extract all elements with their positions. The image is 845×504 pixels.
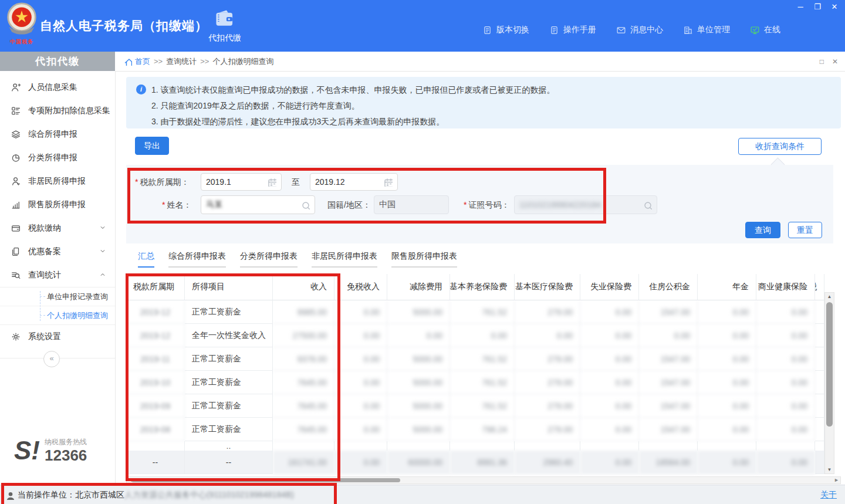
column-header[interactable]: 税 xyxy=(815,274,824,300)
cell-amount-blurred: 1547.00 xyxy=(639,394,698,418)
cell-period: 2019-11 xyxy=(126,347,185,371)
sidebar-item-system-settings[interactable]: 系统设置 xyxy=(0,325,115,349)
menu-item-org-management[interactable]: 单位管理 xyxy=(683,25,730,35)
id-number-label: *证照号码： xyxy=(464,200,509,211)
sidebar-collapse-button[interactable]: « xyxy=(43,351,60,367)
cell-amount-blurred: 5000.00 xyxy=(387,347,450,371)
report-tabs: 汇总综合所得申报表分类所得申报表非居民所得申报表限售股所得申报表 xyxy=(138,251,457,268)
tab-classified[interactable]: 分类所得申报表 xyxy=(240,251,298,268)
sidebar: 人员信息采集专项附加扣除信息采集综合所得申报分类所得申报非居民所得申报限售股所得… xyxy=(0,71,116,485)
tax-emblem-logo: 中国税务 xyxy=(5,2,39,43)
about-link[interactable]: 关于 xyxy=(820,490,837,500)
building-icon xyxy=(683,25,693,35)
column-header[interactable]: 所得项目 xyxy=(185,274,273,300)
column-header[interactable]: 减除费用 xyxy=(387,274,450,300)
sidebar-item-comprehensive-income-declare[interactable]: 综合所得申报 xyxy=(0,123,115,146)
sidebar-item-label: 税款缴纳 xyxy=(28,223,61,234)
id-number-input[interactable]: 110102199904220184 xyxy=(514,195,657,214)
summary-amount-blurred: 0.00 xyxy=(698,451,756,474)
menu-item-online-status[interactable]: 在线 xyxy=(750,25,780,35)
cell-income-item: 正常工资薪金 xyxy=(185,418,273,441)
column-header[interactable]: 基本医疗保险费 xyxy=(515,274,580,300)
operator-person-icon xyxy=(5,491,14,500)
search-icon[interactable] xyxy=(643,200,652,209)
sidebar-item-restricted-stock-declare[interactable]: 限售股所得申报 xyxy=(0,193,115,217)
export-button[interactable]: 导出 xyxy=(135,137,169,155)
breadcrumb-home[interactable]: 首页 xyxy=(135,56,150,67)
summary-period: -- xyxy=(126,451,185,474)
name-input[interactable]: 马某 xyxy=(201,195,315,214)
scroll-down-icon[interactable]: ▼ xyxy=(825,467,834,472)
vertical-scroll-thumb[interactable] xyxy=(826,302,833,427)
cell-amount-blurred: 0.00 xyxy=(580,418,639,441)
column-header[interactable]: 基本养老保险费 xyxy=(450,274,515,300)
column-header[interactable]: 税款所属期 xyxy=(126,274,185,300)
menu-item-label: 在线 xyxy=(764,25,780,35)
sidebar-item-classified-income-declare[interactable]: 分类所得申报 xyxy=(0,146,115,170)
cell-more-indicator: .. xyxy=(185,441,273,451)
panel-maximize-icon[interactable]: □ xyxy=(820,57,824,66)
panel-controls: □ ✕ xyxy=(820,52,838,71)
sidebar-item-personnel-info-collect[interactable]: 人员信息采集 xyxy=(0,76,115,99)
sidebar-item-label: 分类所得申报 xyxy=(28,153,77,163)
period-from-input[interactable]: 2019.1 xyxy=(201,173,282,191)
minimize-icon[interactable]: ─ xyxy=(796,2,805,12)
scroll-up-icon[interactable]: ▲ xyxy=(825,294,834,299)
tab-nonresident[interactable]: 非居民所得申报表 xyxy=(312,251,377,268)
wallet-icon xyxy=(11,223,21,234)
tab-restricted-stock[interactable]: 限售股所得申报表 xyxy=(391,251,457,268)
reset-button[interactable]: 重置 xyxy=(788,222,822,238)
horizontal-scroll-thumb[interactable] xyxy=(131,478,400,482)
sidebar-item-preferential-filing[interactable]: 优惠备案 xyxy=(0,240,115,263)
tab-comprehensive[interactable]: 综合所得申报表 xyxy=(168,251,226,268)
search-icon[interactable] xyxy=(300,200,310,209)
fold-query-button[interactable]: 收折查询条件 xyxy=(738,138,822,155)
chevron-up-icon xyxy=(99,270,107,280)
module-tab-label: 代扣代缴 xyxy=(204,33,245,43)
panel-close-icon[interactable]: ✕ xyxy=(832,57,838,66)
scroll-right-icon[interactable]: ► xyxy=(834,477,839,483)
column-header[interactable]: 住房公积金 xyxy=(639,274,698,300)
column-header[interactable]: 商业健康保险 xyxy=(756,274,815,300)
cell-amount-blurred: 0.00 xyxy=(580,394,639,418)
list-icon xyxy=(11,106,21,116)
emblem-caption: 中国税务 xyxy=(10,39,33,45)
sidebar-item-special-deduction-collect[interactable]: 专项附加扣除信息采集 xyxy=(0,99,115,123)
close-icon[interactable]: ✕ xyxy=(830,2,839,12)
operator-name-blurred: 人力资源公共服务中心(91110102199848184B) xyxy=(124,490,294,500)
cell-empty xyxy=(334,441,387,451)
tab-summary[interactable]: 汇总 xyxy=(138,251,154,268)
sidebar-item-tax-payment[interactable]: 税款缴纳 xyxy=(0,217,115,240)
sidebar-subgroup: 单位申报记录查询个人扣缴明细查询 xyxy=(0,287,115,325)
cell-empty xyxy=(698,441,756,451)
breadcrumb: 首页 >> 查询统计 >> 个人扣缴明细查询 □ ✕ xyxy=(115,52,845,72)
period-to-input[interactable]: 2019.12 xyxy=(310,173,398,191)
menu-item-message-center[interactable]: 消息中心 xyxy=(616,25,663,35)
sidebar-item-label: 人员信息采集 xyxy=(28,82,77,93)
cell-amount-blurred: 761.52 xyxy=(450,300,515,324)
query-button[interactable]: 查询 xyxy=(745,222,780,238)
operator-label: 当前操作单位： xyxy=(18,490,75,500)
cell-empty xyxy=(450,441,515,451)
restore-icon[interactable]: ❐ xyxy=(813,2,822,12)
horizontal-scrollbar[interactable]: ◄ ► xyxy=(126,476,841,484)
module-tab-withholding[interactable]: 代扣代缴 xyxy=(204,8,245,46)
sidebar-item-label: 优惠备案 xyxy=(28,246,61,257)
sidebar-subitem-personal-withholding-detail-query[interactable]: 个人扣缴明细查询 xyxy=(0,306,115,324)
menu-item-operation-manual[interactable]: 操作手册 xyxy=(549,25,596,35)
menu-item-version-switch[interactable]: 版本切换 xyxy=(482,25,529,35)
sidebar-item-nonresident-income-declare[interactable]: 非居民所得申报 xyxy=(0,170,115,193)
vertical-scrollbar[interactable]: ▲ ▼ xyxy=(824,292,834,474)
to-label: 至 xyxy=(292,177,300,188)
operator-prefix: 北京市西城区 xyxy=(75,490,124,500)
cell-truncated xyxy=(815,300,824,324)
cell-amount-blurred: 1547.00 xyxy=(639,371,698,394)
cell-truncated xyxy=(815,371,824,394)
sidebar-item-query-statistics[interactable]: 查询统计 xyxy=(0,263,115,287)
column-header[interactable]: 年金 xyxy=(698,274,756,300)
column-header[interactable]: 收入 xyxy=(273,274,334,300)
period-label: *税款所属期： xyxy=(135,177,189,188)
column-header[interactable]: 免税收入 xyxy=(334,274,387,300)
sidebar-subitem-unit-declare-record-query[interactable]: 单位申报记录查询 xyxy=(0,287,115,306)
column-header[interactable]: 失业保险费 xyxy=(580,274,639,300)
